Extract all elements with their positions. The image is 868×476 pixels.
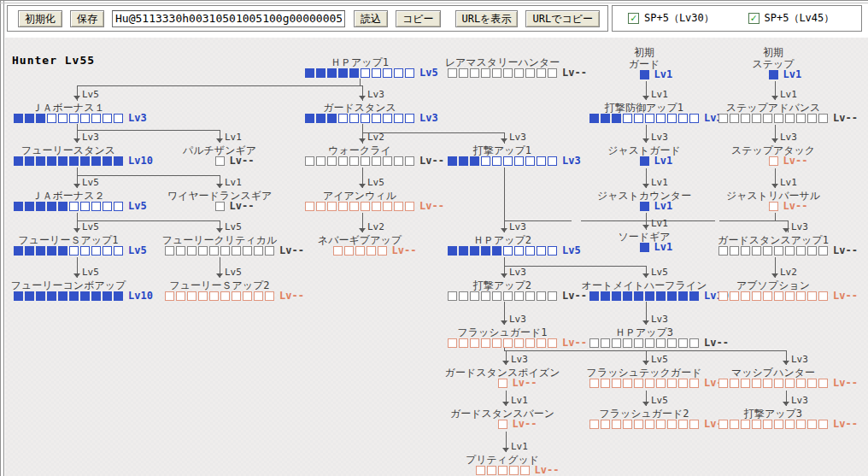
skill-square[interactable] (492, 338, 501, 348)
skill-square[interactable] (752, 379, 761, 388)
skill-square[interactable] (601, 114, 610, 123)
skill-square[interactable] (448, 68, 457, 78)
skill-square[interactable] (383, 114, 392, 123)
skill-square[interactable] (656, 114, 666, 123)
skill-square[interactable] (769, 202, 778, 211)
skill-square[interactable] (481, 338, 490, 348)
skill-square[interactable] (503, 246, 513, 256)
skill-square[interactable] (796, 379, 806, 388)
skill-square[interactable] (514, 291, 524, 301)
skill-square[interactable] (80, 202, 90, 211)
skill-square[interactable] (525, 68, 535, 78)
skill-square[interactable] (327, 202, 337, 211)
skill-square[interactable] (103, 114, 112, 123)
skill-square[interactable] (612, 114, 621, 123)
skill-square[interactable] (667, 291, 677, 301)
skill-square[interactable] (548, 338, 557, 348)
skill-square[interactable] (678, 420, 688, 429)
skill-square[interactable] (36, 246, 45, 256)
skill-square[interactable] (114, 156, 123, 166)
skill-square[interactable] (91, 202, 101, 211)
skill-square[interactable] (667, 338, 677, 348)
skill-square[interactable] (316, 156, 326, 166)
skill-square[interactable] (36, 291, 45, 301)
skill-square[interactable] (355, 246, 365, 256)
skill-square[interactable] (176, 291, 185, 301)
skill-square[interactable] (448, 291, 457, 301)
skill-square[interactable] (47, 202, 56, 211)
skill-square[interactable] (818, 379, 828, 388)
skill-square[interactable] (667, 420, 677, 429)
skill-square[interactable] (243, 291, 252, 301)
skill-square[interactable] (378, 246, 387, 256)
skill-square[interactable] (349, 156, 359, 166)
skill-square[interactable] (492, 246, 501, 256)
skill-square[interactable] (678, 291, 688, 301)
skill-square[interactable] (338, 68, 348, 78)
skill-square[interactable] (807, 246, 817, 256)
skill-square[interactable] (470, 246, 479, 256)
skill-square[interactable] (503, 338, 513, 348)
skill-square[interactable] (14, 202, 23, 211)
skill-square[interactable] (785, 114, 795, 123)
skill-square[interactable] (47, 156, 56, 166)
skill-square[interactable] (623, 114, 632, 123)
skill-square[interactable] (372, 114, 381, 123)
skill-square[interactable] (537, 291, 546, 301)
skill-square[interactable] (459, 291, 468, 301)
skill-square[interactable] (645, 291, 654, 301)
skill-square[interactable] (176, 246, 185, 256)
skill-square[interactable] (69, 156, 79, 166)
skill-square[interactable] (25, 156, 34, 166)
skill-square[interactable] (470, 156, 479, 166)
skill-square[interactable] (492, 68, 501, 78)
skill-square[interactable] (718, 379, 728, 388)
skill-square[interactable] (305, 114, 314, 123)
skill-square[interactable] (623, 291, 632, 301)
skill-square[interactable] (525, 246, 535, 256)
skill-square[interactable] (69, 246, 79, 256)
skill-square[interactable] (503, 291, 513, 301)
skill-square[interactable] (254, 246, 263, 256)
skill-square[interactable] (752, 291, 761, 301)
skill-square[interactable] (198, 291, 208, 301)
skill-square[interactable] (741, 379, 750, 388)
skill-square[interactable] (36, 156, 45, 166)
skill-square[interactable] (405, 68, 414, 78)
skill-square[interactable] (769, 70, 778, 79)
skill-square[interactable] (741, 291, 750, 301)
skill-square[interactable] (807, 114, 817, 123)
skill-square[interactable] (372, 156, 381, 166)
skill-square[interactable] (640, 70, 649, 79)
skill-square[interactable] (487, 466, 496, 475)
skill-square[interactable] (678, 379, 688, 388)
skill-square[interactable] (645, 338, 654, 348)
skill-square[interactable] (718, 291, 728, 301)
skill-square[interactable] (525, 156, 535, 166)
skill-square[interactable] (36, 114, 45, 123)
skill-square[interactable] (305, 202, 314, 211)
skill-square[interactable] (640, 243, 649, 252)
skill-square[interactable] (14, 291, 23, 301)
skill-square[interactable] (634, 379, 643, 388)
skill-square[interactable] (14, 114, 23, 123)
skill-square[interactable] (394, 156, 403, 166)
skill-square[interactable] (503, 156, 513, 166)
skill-square[interactable] (470, 68, 479, 78)
skill-square[interactable] (656, 379, 666, 388)
skill-square[interactable] (232, 291, 241, 301)
skill-square[interactable] (634, 420, 643, 429)
skill-square[interactable] (58, 291, 67, 301)
skill-square[interactable] (459, 338, 468, 348)
skill-square[interactable] (459, 156, 468, 166)
skill-square[interactable] (372, 68, 381, 78)
skill-square[interactable] (763, 114, 772, 123)
skill-square[interactable] (394, 68, 403, 78)
skill-square[interactable] (509, 466, 519, 475)
skill-square[interactable] (514, 338, 524, 348)
skill-square[interactable] (763, 379, 772, 388)
skill-square[interactable] (114, 114, 123, 123)
skill-square[interactable] (623, 379, 632, 388)
skill-square[interactable] (548, 156, 557, 166)
skill-square[interactable] (785, 420, 795, 429)
